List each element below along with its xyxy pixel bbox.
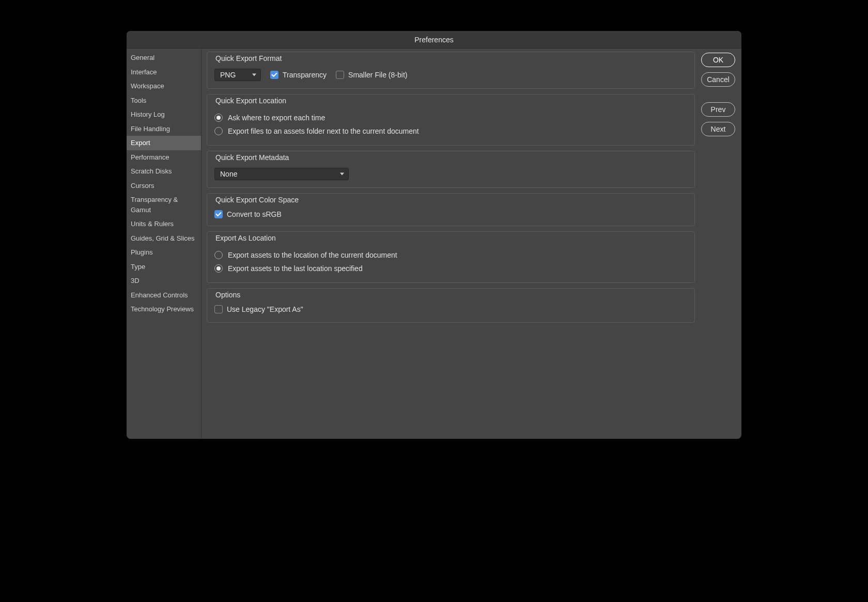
sidebar-item-type[interactable]: Type <box>127 260 201 274</box>
group-title: Export As Location <box>213 234 278 242</box>
group-quick-export-format: Quick Export Format PNG Transparency Sma… <box>207 52 695 89</box>
sidebar-item-workspace[interactable]: Workspace <box>127 79 201 93</box>
sidebar-item-technology-previews[interactable]: Technology Previews <box>127 302 201 316</box>
export-as-radio-last-location[interactable]: Export assets to the last location speci… <box>214 262 687 275</box>
sidebar-item-tools[interactable]: Tools <box>127 93 201 108</box>
transparency-checkbox[interactable] <box>270 71 278 79</box>
sidebar-item-general[interactable]: General <box>127 51 201 65</box>
sidebar-item-units-rulers[interactable]: Units & Rulers <box>127 217 201 231</box>
window-title: Preferences <box>414 36 453 44</box>
prev-button[interactable]: Prev <box>701 102 735 117</box>
radio-icon[interactable] <box>214 114 223 122</box>
legacy-export-checkbox[interactable] <box>214 305 223 313</box>
convert-srgb-checkbox-wrap[interactable]: Convert to sRGB <box>214 210 282 218</box>
metadata-dropdown-value: None <box>220 170 237 178</box>
group-quick-export-metadata: Quick Export Metadata None <box>207 151 695 188</box>
convert-srgb-checkbox[interactable] <box>214 210 223 218</box>
radio-icon[interactable] <box>214 264 223 273</box>
sidebar-item-guides-grid-slices[interactable]: Guides, Grid & Slices <box>127 231 201 246</box>
convert-srgb-label: Convert to sRGB <box>227 210 282 218</box>
transparency-checkbox-wrap[interactable]: Transparency <box>270 71 327 79</box>
sidebar-item-file-handling[interactable]: File Handling <box>127 122 201 136</box>
group-options: Options Use Legacy "Export As" <box>207 288 695 323</box>
ok-button[interactable]: OK <box>701 53 735 67</box>
cancel-button[interactable]: Cancel <box>701 72 735 87</box>
group-title: Quick Export Metadata <box>213 153 291 162</box>
sidebar-item-transparency-gamut[interactable]: Transparency & Gamut <box>127 193 201 217</box>
group-quick-export-color-space: Quick Export Color Space Convert to sRGB <box>207 193 695 226</box>
sidebar-item-3d[interactable]: 3D <box>127 274 201 288</box>
chevron-down-icon <box>252 74 256 76</box>
legacy-export-label: Use Legacy "Export As" <box>227 305 303 313</box>
location-radio-ask[interactable]: Ask where to export each time <box>214 111 687 124</box>
radio-label: Export assets to the last location speci… <box>228 264 363 273</box>
preferences-window: Preferences General Interface Workspace … <box>127 31 741 439</box>
export-as-radio-current-doc[interactable]: Export assets to the location of the cur… <box>214 248 687 262</box>
radio-label: Export files to an assets folder next to… <box>228 127 419 135</box>
main-panel: Quick Export Format PNG Transparency Sma… <box>202 49 700 439</box>
location-radio-assets-folder[interactable]: Export files to an assets folder next to… <box>214 124 687 138</box>
metadata-dropdown[interactable]: None <box>214 168 349 180</box>
group-quick-export-location: Quick Export Location Ask where to expor… <box>207 94 695 146</box>
format-dropdown-value: PNG <box>220 71 236 79</box>
group-title: Quick Export Format <box>213 54 284 62</box>
radio-label: Export assets to the location of the cur… <box>228 251 397 259</box>
sidebar-item-cursors[interactable]: Cursors <box>127 179 201 193</box>
sidebar-item-scratch-disks[interactable]: Scratch Disks <box>127 164 201 179</box>
group-title: Quick Export Color Space <box>213 196 301 204</box>
sidebar-item-enhanced-controls[interactable]: Enhanced Controls <box>127 288 201 303</box>
format-dropdown[interactable]: PNG <box>214 69 261 81</box>
group-title: Quick Export Location <box>213 97 288 105</box>
chevron-down-icon <box>340 173 344 176</box>
sidebar-item-interface[interactable]: Interface <box>127 65 201 80</box>
legacy-export-checkbox-wrap[interactable]: Use Legacy "Export As" <box>214 305 303 313</box>
sidebar-item-history-log[interactable]: History Log <box>127 107 201 122</box>
group-export-as-location: Export As Location Export assets to the … <box>207 231 695 283</box>
sidebar: General Interface Workspace Tools Histor… <box>127 49 202 439</box>
sidebar-item-plugins[interactable]: Plugins <box>127 245 201 260</box>
transparency-label: Transparency <box>283 71 327 79</box>
smaller-file-label: Smaller File (8-bit) <box>348 71 407 79</box>
action-buttons: OK Cancel Prev Next <box>700 49 741 439</box>
window-titlebar: Preferences <box>127 31 741 49</box>
radio-icon[interactable] <box>214 127 223 135</box>
smaller-file-checkbox-wrap[interactable]: Smaller File (8-bit) <box>336 71 407 79</box>
radio-icon[interactable] <box>214 251 223 259</box>
window-content: General Interface Workspace Tools Histor… <box>127 49 741 439</box>
sidebar-item-performance[interactable]: Performance <box>127 150 201 165</box>
radio-label: Ask where to export each time <box>228 114 325 122</box>
sidebar-item-export[interactable]: Export <box>127 136 201 150</box>
next-button[interactable]: Next <box>701 122 735 136</box>
group-title: Options <box>213 291 242 299</box>
smaller-file-checkbox[interactable] <box>336 71 344 79</box>
